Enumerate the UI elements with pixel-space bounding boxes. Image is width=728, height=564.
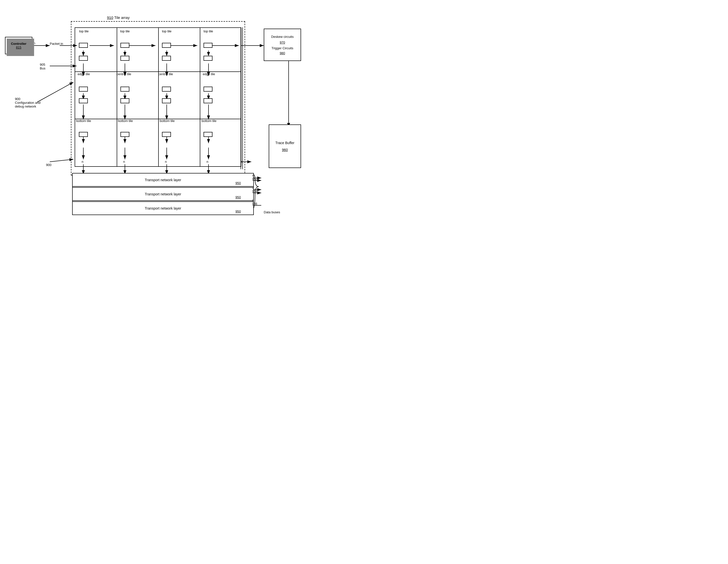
mid-box-3b [162,98,171,103]
data-buses-label: Data buses [264,210,280,214]
mid-box-4a [204,87,212,92]
config-arrow-label: 900 [46,163,52,167]
top-tile-2: top tile [120,29,130,33]
top-box-4b [204,56,212,61]
controller-number: 815 [16,46,21,49]
transport-num-2: 950 [235,195,241,199]
top-tile-4: top tile [204,29,213,33]
top-box-2a [120,43,129,48]
bottom-tile-1: bottom tile [76,119,91,123]
central-tile-2: central tile [158,72,173,76]
label-956: n956 [252,199,257,205]
deskew-number: 970 [280,41,285,44]
top-tile-3: top tile [162,29,171,33]
diagram: n [0,0,306,236]
controller-label: Controller [11,42,26,46]
packet-in-label: Packet in [50,42,63,46]
tile-array-text: Tile array [114,15,130,20]
top-box-1b [79,56,88,61]
top-box-3b [162,56,171,61]
svg-line-45 [37,82,73,102]
top-box-2b [120,56,129,61]
edge-tile-2: edge tile [203,72,215,76]
bot-box-1a [79,132,88,137]
svg-line-46 [50,159,73,162]
config-text: 900Configuration anddebug network [15,97,41,108]
top-box-1a [79,43,88,48]
edge-tile-1: edge tile [78,72,90,76]
config-label: 900Configuration anddebug network [15,97,41,108]
transport-num-1: 950 [235,181,241,185]
bot-box-4a [204,132,212,137]
deskew-box: Deskew circuits 970 Trigger Circuits 980 [264,29,301,61]
n-label-3: n [165,160,167,163]
bottom-tile-2: bottom tile [118,119,133,123]
trace-buffer-label: Trace Buffer [275,141,294,145]
label-952: n952 [252,174,257,181]
n-label-right: n [240,160,242,163]
n-label-4: n [207,160,208,163]
transport-layer-2: Transport network layer 950 [72,187,254,201]
mid-box-3a [162,87,171,92]
tile-array-label: 910 Tile array [107,15,130,20]
mid-box-1a [79,87,88,92]
bottom-tile-4: bottom tile [202,119,216,123]
mid-box-2a [120,87,129,92]
trigger-number: 980 [280,51,285,55]
transport-label-2: Transport network layer [145,192,181,196]
top-tile-1: top tile [79,29,89,33]
tile-array-number: 910 [107,15,113,20]
bus-label: 905 Bus [40,63,45,70]
deskew-label: Deskew circuits [271,35,294,39]
trace-buffer-number: 960 [282,148,288,152]
central-tile-1: central tile [116,72,131,76]
top-box-3a [162,43,171,48]
transport-layer-3: Transport network layer 950 [72,201,254,215]
mid-box-2b [120,98,129,103]
trace-buffer-box: Trace Buffer 960 [269,124,301,168]
bot-box-2a [120,132,129,137]
transport-label-3: Transport network layer [145,206,181,210]
transport-num-3: 950 [235,209,241,213]
n-label-2: n [123,160,125,163]
bot-box-3a [162,132,171,137]
top-box-4a [204,43,212,48]
transport-label-1: Transport network layer [145,178,181,182]
mid-box-4b [204,98,212,103]
trigger-label: Trigger Circuits [271,46,293,50]
n-label-1: n [82,160,83,163]
bottom-tile-3: bottom tile [160,119,175,123]
tile-grid [75,27,241,167]
label-954: n954 [252,186,257,193]
transport-layer-1: Transport network layer 950 [72,173,254,187]
controller-box: Controller 815 [5,37,32,54]
mid-box-1b [79,98,88,103]
